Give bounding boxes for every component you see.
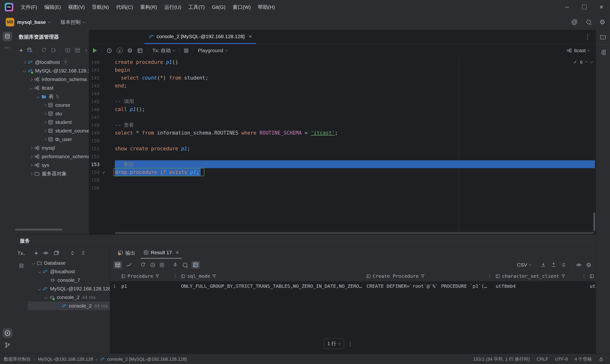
- menu-view[interactable]: 视图(V): [65, 3, 88, 12]
- code-line[interactable]: 144: [89, 90, 596, 97]
- tree-item-stu[interactable]: stu: [15, 109, 89, 118]
- collapse-all-icon[interactable]: [80, 250, 86, 256]
- next-problem-icon[interactable]: [590, 60, 593, 63]
- menu-help[interactable]: 帮助(H): [254, 3, 278, 12]
- close-tab-icon[interactable]: ×: [176, 249, 179, 256]
- files-tool-button[interactable]: [598, 32, 608, 42]
- menu-navigate[interactable]: 导航(N): [88, 3, 113, 12]
- tx-rail-button[interactable]: Tx: [17, 250, 25, 256]
- column-header-character-set-client[interactable]: character_set_client: [493, 271, 587, 281]
- filter-funnel-icon[interactable]: [561, 274, 565, 278]
- download-icon[interactable]: [540, 262, 546, 268]
- project-selector[interactable]: mysql_base: [17, 19, 46, 25]
- tree-item-tb-user[interactable]: tb_user: [15, 135, 89, 144]
- ai-assistant-icon[interactable]: @: [571, 18, 578, 26]
- settings-gear-icon[interactable]: ⚙: [599, 18, 605, 26]
- close-button[interactable]: ×: [593, 0, 610, 14]
- breadcrumb-datasource[interactable]: MySQL-@192.168.128.128: [38, 357, 93, 362]
- table-view-icon[interactable]: [75, 47, 80, 53]
- menu-edit[interactable]: 编辑(E): [41, 3, 65, 12]
- add-service-button[interactable]: +: [34, 250, 38, 256]
- close-tab-icon[interactable]: ×: [248, 33, 252, 40]
- code-line-selected[interactable]: 154✓drop procedure if exists p1;: [89, 168, 596, 176]
- caret-position[interactable]: 153:1 (34 字符, 1 行 换行符): [473, 356, 530, 362]
- code-line[interactable]: 150: [89, 137, 596, 145]
- editor-tab-console2[interactable]: console_2 [MySQL-@192.168.128.128] ×: [144, 30, 256, 44]
- sort-icon[interactable]: [583, 274, 585, 278]
- encoding-widget[interactable]: UTF-8: [555, 357, 568, 362]
- more-tool-windows-icon[interactable]: ⋯: [4, 44, 11, 52]
- code-line[interactable]: 140create procedure p1(): [89, 58, 596, 66]
- cell-procedure[interactable]: p1: [119, 282, 179, 290]
- result-tab[interactable]: Result 17 ×: [141, 247, 182, 259]
- tree-item-localhost[interactable]: @localhost 8: [15, 58, 89, 66]
- code-line[interactable]: 151show create procedure p1;: [89, 145, 596, 153]
- filter-panel-button[interactable]: [191, 261, 200, 269]
- pin-icon[interactable]: [172, 262, 178, 268]
- filter-funnel-icon[interactable]: [212, 274, 216, 278]
- disconnect-icon[interactable]: [51, 47, 56, 53]
- parameters-icon[interactable]: p: [117, 48, 123, 54]
- refresh-icon[interactable]: [41, 47, 47, 53]
- run-button[interactable]: [93, 48, 97, 53]
- menu-code[interactable]: 代码(C): [113, 3, 137, 12]
- cell-sql-mode[interactable]: ONLY_FULL_GROUP_BY,STRICT_TRANS_TABLES,N…: [179, 282, 364, 290]
- code-line[interactable]: 142 select count(*) from student;: [89, 74, 596, 82]
- cell-character-set-client[interactable]: utf8mb4: [493, 282, 587, 290]
- view-options-eye-icon[interactable]: [576, 262, 582, 268]
- menu-file[interactable]: 文件(F): [17, 3, 41, 12]
- datasource-properties-icon[interactable]: [27, 47, 33, 53]
- breadcrumb-console-root[interactable]: 数据库控制台: [4, 356, 31, 362]
- tx-mode-selector[interactable]: Tx: 自动: [152, 47, 175, 54]
- chevron-right-icon[interactable]: [84, 49, 87, 52]
- menu-window[interactable]: 窗口(W): [229, 3, 254, 12]
- code-line[interactable]: 147: [89, 113, 596, 121]
- open-in-new-tab-icon[interactable]: [54, 250, 59, 256]
- upload-icon[interactable]: [551, 262, 556, 268]
- add-datasource-button[interactable]: +: [19, 47, 23, 53]
- sort-icon[interactable]: [489, 274, 491, 278]
- column-header-collation[interactable]: colla: [587, 271, 596, 281]
- service-item-console7[interactable]: console_7: [28, 276, 110, 285]
- cell-collation[interactable]: utf8mb4_: [587, 282, 596, 290]
- editor-horizontal-scrollbar[interactable]: [115, 232, 594, 234]
- code-line[interactable]: 156: [89, 184, 596, 192]
- auto-refresh-clock-icon[interactable]: [150, 262, 156, 268]
- tree-item-student-course[interactable]: student_course: [15, 127, 89, 135]
- menu-refactor[interactable]: 重构(R): [137, 3, 161, 12]
- code-editor[interactable]: ✓ 6 140create procedure p1() 141begin 14…: [89, 57, 596, 234]
- eye-icon[interactable]: [43, 250, 49, 256]
- git-tool-button[interactable]: [3, 340, 12, 350]
- row-number[interactable]: 1: [110, 282, 119, 290]
- tree-item-sys[interactable]: sys: [15, 161, 89, 169]
- grid-data-row[interactable]: 1 p1 ONLY_FULL_GROUP_BY,STRICT_TRANS_TAB…: [110, 282, 596, 291]
- history-clock-icon[interactable]: [106, 48, 112, 54]
- menu-git[interactable]: Git(G): [208, 3, 229, 12]
- schema-switcher[interactable]: itcast: [567, 48, 596, 53]
- tree-item-mysql-schema[interactable]: mysql: [15, 144, 89, 152]
- grid-settings-gear-icon[interactable]: ⚙: [586, 261, 591, 269]
- tree-item-mysql-remote[interactable]: MySQL-@192.168.128.12: [15, 66, 89, 75]
- unlocked-icon[interactable]: [598, 357, 604, 362]
- line-separator-widget[interactable]: CRLF: [537, 357, 548, 362]
- service-item-localhost[interactable]: @localhost: [28, 267, 110, 276]
- code-line[interactable]: 145-- 调用: [89, 97, 596, 105]
- tree-item-tables-folder[interactable]: 表 5: [15, 92, 89, 101]
- find-in-grid-icon[interactable]: [183, 263, 187, 267]
- database-explorer-tool-button[interactable]: [3, 32, 12, 41]
- service-item-database[interactable]: Database: [28, 259, 110, 267]
- code-line[interactable]: 141begin: [89, 66, 596, 74]
- stop-button[interactable]: [184, 48, 188, 53]
- playground-selector[interactable]: Playground: [198, 48, 227, 53]
- indent-widget[interactable]: 4 个空格: [574, 356, 592, 362]
- tree-item-itcast[interactable]: itcast: [15, 84, 89, 92]
- code-line[interactable]: 155: [89, 176, 596, 184]
- compare-icon[interactable]: [561, 262, 567, 268]
- prev-problem-icon[interactable]: [585, 61, 588, 64]
- tree-item-performance-schema[interactable]: performance_schema: [15, 152, 89, 161]
- table-view-button[interactable]: [113, 261, 122, 269]
- tree-item-information-schema[interactable]: information_schema: [15, 75, 89, 84]
- datagrip-logo-icon[interactable]: DG: [5, 3, 13, 12]
- minimize-button[interactable]: ─: [558, 0, 576, 14]
- expand-all-icon[interactable]: [70, 250, 75, 256]
